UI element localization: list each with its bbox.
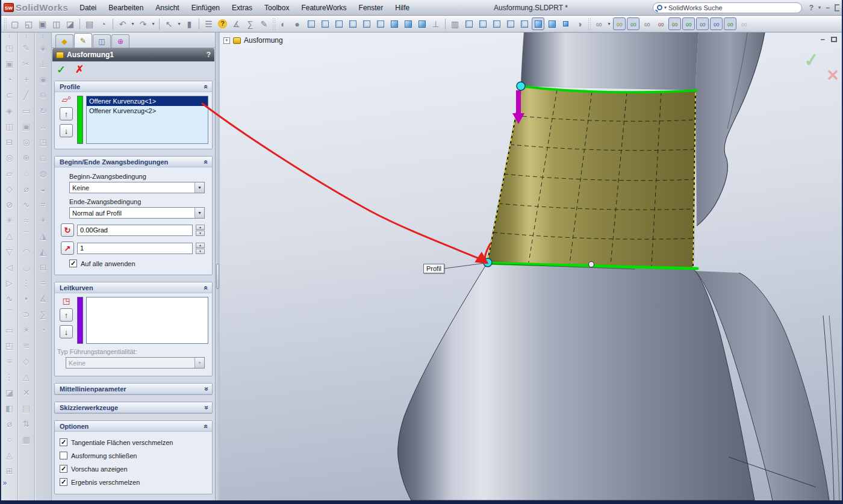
collapse-icon[interactable]: « (202, 84, 211, 89)
perimeter-circle-icon[interactable]: ⊕ (20, 150, 33, 166)
separator[interactable] (199, 19, 199, 30)
end-constraint-select[interactable]: Normal auf Profil ▾ (69, 207, 205, 219)
graphics-viewport[interactable]: + Ausformung − ✓ ✕ Profil (220, 33, 842, 500)
hide-show-items-icon[interactable]: ∞ (593, 17, 605, 30)
spin-down-button[interactable]: ▼ (196, 249, 205, 254)
move-profile-down-button[interactable]: ↓ (60, 124, 73, 137)
shaded-style-icon[interactable] (546, 17, 558, 30)
features-tab[interactable]: ◆ (55, 34, 73, 48)
mirror-icon[interactable]: ∿ (3, 291, 16, 306)
back-view-icon[interactable] (319, 17, 331, 30)
perspective-icon[interactable]: ◑ (573, 17, 586, 30)
mirror-entities-icon[interactable]: ⇅ (20, 416, 33, 432)
exploded-view-icon[interactable]: ◳ (37, 134, 50, 150)
view-planes-icon[interactable]: ∞ (627, 17, 639, 30)
ok-button[interactable]: ✓ (57, 63, 66, 76)
guide-curves-header[interactable]: Leitkurven « (55, 282, 212, 293)
sketch-fillet-icon[interactable]: ✳ (20, 322, 33, 338)
menu-item[interactable]: Toolbox (259, 2, 294, 14)
point-icon[interactable]: • (20, 291, 33, 306)
measure-icon[interactable]: ∡ (230, 17, 243, 30)
expand-icon[interactable]: « (202, 387, 211, 391)
pan-icon[interactable]: ↔ (37, 119, 50, 134)
view-annotations-icon[interactable]: ∞ (710, 17, 723, 30)
rotate-component-icon[interactable]: ↻ (37, 103, 50, 119)
search-input[interactable]: SolidWorks Suche (668, 4, 723, 11)
draft-angle-button[interactable]: ↻ (61, 223, 74, 237)
undo-icon[interactable]: ↶ (116, 17, 129, 30)
bottom-profile-handle[interactable] (484, 258, 492, 267)
spin-up-button[interactable]: ▲ (196, 225, 205, 230)
zebra-stripes-icon[interactable]: ◭ (37, 244, 50, 260)
front-view-icon[interactable] (305, 17, 317, 30)
hole-wizard-icon[interactable]: ◎ (3, 150, 16, 166)
shaded-with-edges-icon[interactable] (532, 17, 544, 30)
join-icon[interactable]: ⊞ (3, 463, 16, 479)
view-origins-icon[interactable]: ∞ (696, 17, 709, 30)
help-icon[interactable]: ? (216, 17, 229, 30)
redo-icon[interactable]: ↷ (137, 17, 149, 30)
select-filter-icon[interactable]: ◈ (37, 40, 50, 56)
mate-icon[interactable]: ◉ (37, 72, 50, 87)
model-canvas[interactable] (220, 33, 842, 500)
lofted-boss-icon[interactable]: ◈ (3, 103, 16, 119)
menu-item[interactable]: Hilfe (390, 2, 415, 14)
view-temporary-axes-icon[interactable]: ∞ (655, 17, 667, 30)
swept-boss-icon[interactable]: ⊂ (3, 87, 16, 103)
rib-icon[interactable]: ▽ (3, 244, 16, 260)
option-checkbox[interactable]: ✓ (60, 452, 67, 459)
linear-sketch-pattern-icon[interactable]: ▦ (20, 432, 33, 447)
instant3d-icon[interactable]: ◳ (3, 40, 16, 56)
feature-help-icon[interactable]: ? (207, 51, 211, 59)
multi-pane-icon[interactable]: ▥ (449, 17, 461, 30)
spline-icon[interactable]: ∿ (20, 197, 33, 213)
feature-tree-item[interactable]: + Ausformung (223, 36, 283, 45)
section-view-icon[interactable]: ⊡ (37, 260, 50, 275)
menu-item[interactable]: Extras (226, 2, 258, 14)
extruded-boss-icon[interactable]: ▣ (3, 56, 16, 72)
start-constraint-select[interactable]: Keine ▾ (69, 182, 205, 193)
angle-input[interactable]: 0.00Grad (77, 225, 193, 236)
option-checkbox[interactable]: ✓ (60, 465, 67, 473)
centerline-icon[interactable]: ⋮ (20, 275, 33, 291)
normal-to-icon[interactable]: ⊥ (429, 17, 442, 30)
polygon-icon[interactable]: ⌂ (20, 166, 33, 181)
indent-icon[interactable]: ◧ (3, 400, 16, 416)
restore-button[interactable] (835, 4, 839, 11)
search-box[interactable]: ▾ SolidWorks Suche (653, 2, 802, 13)
help-button[interactable]: ? (809, 4, 813, 12)
lights-icon[interactable]: ✳ (37, 213, 50, 228)
three-point-arc-icon[interactable]: ◡ (20, 260, 33, 275)
deform-icon[interactable]: ◪ (3, 385, 16, 400)
performance-icon[interactable]: ◔ (37, 322, 50, 338)
chamfer-icon[interactable]: △ (3, 228, 16, 244)
help-dropdown-icon[interactable]: ▾ (818, 5, 821, 10)
menu-item[interactable]: Datei (74, 2, 102, 14)
draft-icon[interactable]: ◁ (3, 260, 16, 275)
tangent-length-input[interactable]: 1 (77, 243, 193, 254)
circular-pattern-icon[interactable]: ▭ (3, 322, 16, 338)
fillet-icon[interactable]: ✳ (3, 213, 16, 228)
curvature-icon[interactable]: ◮ (37, 228, 50, 244)
select-dropdown-icon[interactable]: ▾ (176, 17, 182, 30)
minimize-button[interactable]: − (826, 4, 830, 12)
separator[interactable] (445, 19, 446, 30)
apply-all-checkbox[interactable]: ✓ (69, 260, 77, 267)
shell-icon[interactable]: ▷ (3, 275, 16, 291)
sketch-tool-icon[interactable]: ✎ (20, 40, 33, 56)
measure-tool-icon[interactable]: ∡ (37, 291, 50, 306)
two-view-icon[interactable] (476, 17, 489, 30)
properties-icon[interactable]: ☰ (202, 17, 215, 30)
extruded-cut-icon[interactable]: ⊟ (3, 134, 16, 150)
sketch-driven-pattern-icon[interactable]: ◰ (3, 338, 16, 353)
shadows-icon[interactable] (559, 17, 572, 30)
profile-list-item[interactable]: Offener Kurvenzug<2> (87, 106, 208, 116)
menu-item[interactable]: Ansicht (150, 2, 184, 14)
print-preview-icon[interactable]: ◔ (97, 17, 110, 30)
revolved-boss-icon[interactable]: ◔ (3, 72, 16, 87)
single-view-icon[interactable] (462, 17, 475, 30)
print-icon[interactable]: ▤ (83, 17, 96, 30)
left-view-icon[interactable] (332, 17, 345, 30)
collapse-icon[interactable]: « (202, 424, 211, 428)
four-view-icon[interactable] (490, 17, 503, 30)
